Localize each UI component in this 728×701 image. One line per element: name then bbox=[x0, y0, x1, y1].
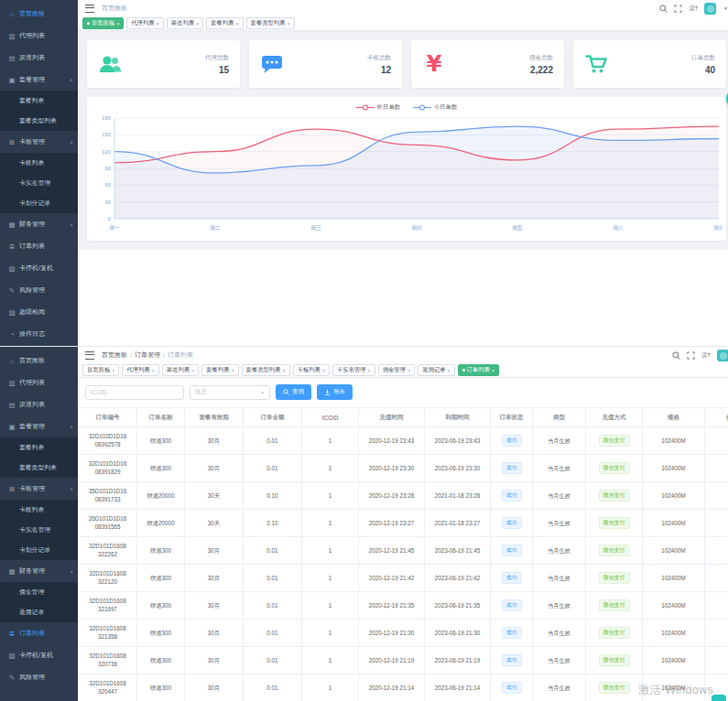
tab-卡实名管理[interactable]: 卡实名管理× bbox=[332, 364, 375, 376]
breadcrumb-item[interactable]: 订单管理 bbox=[135, 350, 160, 360]
fullscreen-icon[interactable] bbox=[674, 5, 682, 13]
sidebar-item[interactable]: ▥代理列表 bbox=[0, 25, 78, 47]
close-tab-icon[interactable]: × bbox=[368, 368, 371, 373]
sidebar-item-label: 财务管理 bbox=[19, 220, 45, 229]
corner-float-button[interactable] bbox=[712, 695, 726, 701]
sidebar-subitem[interactable]: 卡板列表 bbox=[0, 153, 78, 173]
sidebar-subitem[interactable]: 卡划分记录 bbox=[0, 540, 78, 560]
tab-套餐列表[interactable]: 套餐列表× bbox=[206, 17, 243, 29]
pay-method-badge: 微信支付 bbox=[599, 517, 630, 530]
chevron-down-icon: ∨ bbox=[70, 222, 73, 227]
cell-charge-time: 2020-12-19 21:19 bbox=[359, 647, 425, 674]
collapse-menu-icon[interactable] bbox=[85, 351, 94, 360]
sidebar-item[interactable]: ▣套餐管理∧ bbox=[0, 415, 78, 437]
sidebar-item[interactable]: ⌂首页面板 bbox=[0, 3, 78, 25]
close-tab-icon[interactable]: × bbox=[282, 368, 285, 373]
pay-method-badge: 微信支付 bbox=[599, 462, 630, 475]
font-size-icon[interactable]: 汉T bbox=[689, 5, 698, 13]
sidebar-item[interactable]: ⊞卡板管理∧ bbox=[0, 131, 78, 153]
sidebar-item[interactable]: ▧卡停机/复机 bbox=[0, 644, 78, 666]
sidebar-item[interactable]: ◔操作日志 bbox=[0, 323, 78, 345]
collapse-menu-icon[interactable] bbox=[85, 5, 94, 13]
sidebar-item[interactable]: ▦财务管理∧ bbox=[0, 560, 78, 582]
chevron-down-icon[interactable]: ▼ bbox=[723, 5, 728, 11]
tab-套餐类型列表[interactable]: 套餐类型列表× bbox=[242, 364, 290, 376]
cell-pay-method: 微信支付 bbox=[586, 674, 643, 701]
legend-marker bbox=[356, 104, 375, 111]
avatar[interactable] bbox=[704, 3, 716, 15]
tab-渠道列表[interactable]: 渠道列表× bbox=[167, 17, 203, 29]
sidebar-item[interactable]: ⊞卡板管理∧ bbox=[0, 478, 78, 500]
tab-渠道列表[interactable]: 渠道列表× bbox=[162, 364, 199, 376]
close-tab-icon[interactable]: × bbox=[231, 368, 234, 373]
close-tab-icon[interactable]: × bbox=[447, 368, 450, 373]
sidebar-subitem[interactable]: 返佣记录 bbox=[0, 602, 78, 622]
tab-套餐列表[interactable]: 套餐列表× bbox=[201, 364, 238, 376]
sidebar-subitem[interactable]: 卡板列表 bbox=[0, 500, 78, 520]
sidebar-item[interactable]: ▨超级检阅 bbox=[0, 301, 78, 323]
close-tab-icon[interactable]: × bbox=[196, 21, 199, 27]
close-tab-icon[interactable]: × bbox=[235, 21, 238, 27]
sidebar-subitem[interactable]: 套餐列表 bbox=[0, 437, 78, 458]
sidebar-subitem[interactable]: 套餐类型列表 bbox=[0, 458, 78, 478]
close-tab-icon[interactable]: × bbox=[116, 21, 119, 27]
sidebar-subitem[interactable]: 卡划分记录 bbox=[0, 193, 78, 213]
breadcrumb-item[interactable]: 首页面板 bbox=[102, 4, 127, 13]
sidebar-item[interactable]: ▦财务管理∨ bbox=[0, 213, 78, 235]
sidebar-subitem[interactable]: 卡实名管理 bbox=[0, 520, 78, 540]
font-size-icon[interactable]: 汉T bbox=[701, 351, 711, 360]
close-tab-icon[interactable]: × bbox=[287, 21, 289, 27]
tab-卡板列表[interactable]: 卡板列表× bbox=[293, 364, 330, 376]
sidebar-item[interactable]: ✎风险管理 bbox=[0, 279, 78, 301]
pay-method-badge: 微信支付 bbox=[599, 572, 630, 585]
sidebar-subitem[interactable]: 套餐类型列表 bbox=[0, 111, 78, 131]
close-tab-icon[interactable]: × bbox=[112, 368, 114, 373]
sidebar-subitem[interactable]: 卡实名管理 bbox=[0, 173, 78, 193]
tab-代理列表[interactable]: 代理列表× bbox=[126, 17, 163, 29]
tab-返佣记录[interactable]: 返佣记录× bbox=[418, 364, 454, 376]
sidebar-subitem[interactable]: 套餐列表 bbox=[0, 91, 78, 111]
sidebar-item[interactable]: ▤渠道列表 bbox=[0, 47, 78, 69]
search-button[interactable]: 查询 bbox=[276, 384, 311, 400]
tab-代理列表[interactable]: 代理列表× bbox=[122, 364, 158, 376]
breadcrumb-item[interactable]: 订单列表 bbox=[168, 350, 193, 360]
fullscreen-icon[interactable] bbox=[687, 351, 695, 360]
cell-name: 联通300 bbox=[137, 592, 185, 620]
tab-佣金管理[interactable]: 佣金管理× bbox=[378, 364, 415, 376]
close-tab-icon[interactable]: × bbox=[407, 368, 410, 373]
sidebar-subitem[interactable]: 佣金管理 bbox=[0, 582, 78, 602]
dashboard-main: 首页面板 汉T ▼ 首页面板×代理列表×渠道列表×套餐列表×套餐类型列表× 代理… bbox=[78, 0, 728, 346]
sidebar-item[interactable]: ▥代理列表 bbox=[0, 372, 78, 394]
tab-首页面板[interactable]: 首页面板× bbox=[82, 364, 119, 376]
close-tab-icon[interactable]: × bbox=[152, 368, 155, 373]
sidebar-item[interactable]: ⌂首页面板 bbox=[0, 350, 78, 372]
cell-expire-time: 2023-06-19 23:30 bbox=[425, 455, 491, 482]
sidebar-item[interactable]: ≣订单列表 bbox=[0, 622, 78, 644]
breadcrumb-item[interactable]: 首页面板 bbox=[102, 350, 127, 360]
search-icon[interactable] bbox=[659, 5, 668, 13]
home-icon: ⌂ bbox=[7, 10, 16, 18]
export-button[interactable]: 导出 bbox=[317, 384, 353, 400]
cell-expire-time: 2023-06-19 21:30 bbox=[425, 620, 491, 647]
tab-订单列表[interactable]: 订单列表× bbox=[458, 364, 499, 376]
tab-套餐类型列表[interactable]: 套餐类型列表× bbox=[246, 17, 295, 29]
sidebar-item[interactable]: ≣订单列表 bbox=[0, 235, 78, 257]
search-icon[interactable] bbox=[672, 351, 680, 360]
iccid-search-input[interactable] bbox=[85, 385, 184, 400]
legend-item[interactable]: 今日单数 bbox=[413, 103, 457, 112]
avatar[interactable] bbox=[717, 350, 728, 361]
sidebar-item[interactable]: ▧卡停机/复机 bbox=[0, 257, 78, 279]
close-tab-icon[interactable]: × bbox=[492, 368, 494, 373]
sidebar-item[interactable]: ▣套餐管理∧ bbox=[0, 69, 78, 91]
legend-item[interactable]: 昨日单数 bbox=[356, 103, 400, 112]
close-tab-icon[interactable]: × bbox=[322, 368, 325, 373]
tab-首页面板[interactable]: 首页面板× bbox=[82, 17, 124, 29]
sidebar-item-label: 代理列表 bbox=[19, 31, 45, 40]
cell-spec: 102400M bbox=[643, 647, 705, 674]
cell-name: 联通300 bbox=[137, 647, 185, 674]
sidebar-item[interactable]: ▤渠道列表 bbox=[0, 394, 78, 415]
close-tab-icon[interactable]: × bbox=[191, 368, 194, 373]
close-tab-icon[interactable]: × bbox=[157, 21, 159, 27]
status-select[interactable]: 状态 ▼ bbox=[190, 385, 270, 400]
sidebar-item[interactable]: ✎风险管理 bbox=[0, 666, 78, 688]
